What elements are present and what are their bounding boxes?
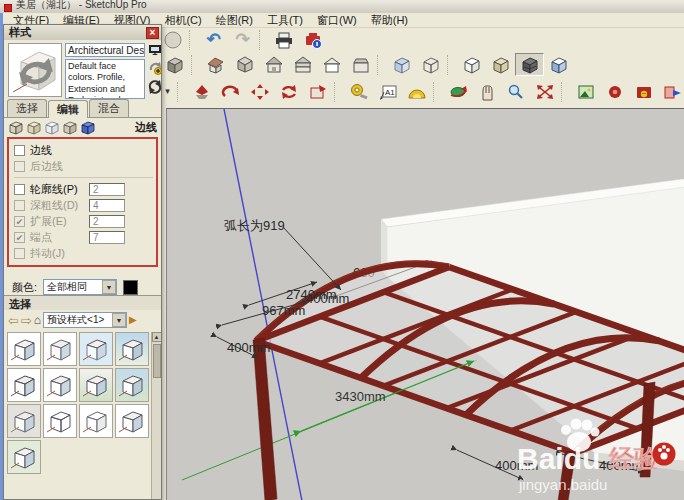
protractor-button[interactable] xyxy=(402,80,431,103)
styles-browser-button[interactable] xyxy=(629,80,658,103)
jitter-checkbox-row[interactable]: 抖动(J) xyxy=(14,245,153,261)
style-thumbnail[interactable] xyxy=(7,440,41,474)
text-annotation-button[interactable]: A1 xyxy=(373,80,402,103)
pan-button[interactable] xyxy=(472,80,501,103)
view-front-button[interactable] xyxy=(259,53,288,76)
style-description-field[interactable]: Default face colors. Profile, Extension … xyxy=(65,59,145,99)
preset-styles-dropdown[interactable]: 预设样式<1> ▼ xyxy=(43,312,127,328)
previous-view-button[interactable] xyxy=(303,80,332,103)
create-new-style-icon[interactable] xyxy=(148,61,162,75)
depth-cue-checkbox-row[interactable]: 深粗线(D) 4 xyxy=(14,197,153,213)
jitter-checkbox[interactable] xyxy=(14,248,25,259)
background-style-icon[interactable] xyxy=(44,120,60,135)
zoom-button[interactable] xyxy=(501,80,530,103)
view-iso-button[interactable] xyxy=(201,53,230,76)
color-mode-dropdown[interactable]: 全部相同 ▼ xyxy=(43,279,117,295)
edges-checkbox[interactable] xyxy=(14,145,25,156)
style-wireframe-button[interactable] xyxy=(416,53,445,76)
tab-select[interactable]: 选择 xyxy=(7,99,47,117)
rotate-view-button[interactable] xyxy=(274,80,303,103)
style-shaded-button[interactable] xyxy=(486,53,515,76)
tape-measure-button[interactable] xyxy=(344,80,373,103)
style-preview-thumbnail[interactable] xyxy=(8,43,62,97)
print-button[interactable] xyxy=(269,28,298,51)
back-edges-checkbox[interactable] xyxy=(14,161,25,172)
style-thumbnail[interactable] xyxy=(79,332,113,366)
endpoints-checkbox[interactable]: ✔ xyxy=(14,232,25,243)
menu-tools[interactable]: 工具(T) xyxy=(260,13,310,28)
extension-value-field[interactable]: 2 xyxy=(89,215,125,228)
materials-browser-button[interactable] xyxy=(571,80,600,103)
position-camera-button[interactable] xyxy=(187,80,216,103)
model-viewport[interactable]: 660 xyxy=(166,108,684,500)
watermark-style-icon[interactable] xyxy=(62,120,78,135)
endpoints-checkbox-row[interactable]: ✔ 端点 7 xyxy=(14,229,153,245)
style-hidden-line-button[interactable] xyxy=(457,53,486,76)
close-button[interactable]: × xyxy=(146,27,159,39)
style-textured-button[interactable] xyxy=(515,53,544,76)
dropdown-arrow-icon[interactable]: ▼ xyxy=(102,280,116,294)
model-info-button[interactable] xyxy=(298,28,327,51)
edge-style-icon[interactable] xyxy=(8,120,24,135)
edge-color-swatch[interactable] xyxy=(123,280,138,295)
secondary-pane-toggle-icon[interactable] xyxy=(148,44,162,56)
menu-draw[interactable]: 绘图(R) xyxy=(209,13,260,28)
style-thumbnail[interactable] xyxy=(79,368,113,402)
menu-help[interactable]: 帮助(H) xyxy=(364,13,415,28)
view-back-button[interactable] xyxy=(288,53,317,76)
style-xray-button[interactable] xyxy=(387,53,416,76)
style-thumbnail[interactable] xyxy=(43,332,77,366)
style-thumbnail[interactable] xyxy=(43,404,77,438)
components-browser-button[interactable] xyxy=(600,80,629,103)
view-right-button[interactable] xyxy=(346,53,375,76)
zoom-extents-button[interactable] xyxy=(530,80,559,103)
menu-camera[interactable]: 相机(C) xyxy=(157,13,208,28)
forward-arrow-icon[interactable]: ⇨ xyxy=(21,314,32,327)
face-style-icon[interactable] xyxy=(26,120,42,135)
details-flyout-icon[interactable]: ▶ xyxy=(129,315,137,325)
menu-window[interactable]: 窗口(W) xyxy=(310,13,364,28)
depth-cue-checkbox[interactable] xyxy=(14,200,25,211)
style-monochrome-button[interactable] xyxy=(544,53,573,76)
view-top-button[interactable] xyxy=(230,53,259,76)
open-button[interactable] xyxy=(158,28,187,51)
dropdown-arrow-icon[interactable]: ▼ xyxy=(112,313,126,327)
extension-checkbox-row[interactable]: ✔ 扩展(E) 2 xyxy=(14,213,153,229)
modeling-style-icon[interactable] xyxy=(80,120,96,135)
back-arrow-icon[interactable]: ⇦ xyxy=(8,314,19,327)
update-style-icon[interactable] xyxy=(148,80,162,94)
style-thumbnail[interactable] xyxy=(115,332,149,366)
orbit-camera-button[interactable] xyxy=(216,80,245,103)
style-thumbnail[interactable] xyxy=(79,404,113,438)
orbit-button[interactable] xyxy=(443,80,472,103)
undo-button[interactable]: ↶ xyxy=(199,28,228,51)
home-icon[interactable]: ⌂ xyxy=(34,314,41,326)
style-thumbnail[interactable] xyxy=(115,368,149,402)
style-thumbnail[interactable] xyxy=(7,332,41,366)
style-thumbnail[interactable] xyxy=(115,404,149,438)
style-thumbnail[interactable] xyxy=(7,404,41,438)
back-edges-checkbox-row[interactable]: 后边线 xyxy=(14,158,153,174)
pan-camera-button[interactable] xyxy=(245,80,274,103)
export-button[interactable] xyxy=(658,80,684,103)
style-thumbnail[interactable] xyxy=(43,368,77,402)
depth-cue-value-field[interactable]: 4 xyxy=(89,199,125,212)
redo-button[interactable]: ↷ xyxy=(228,28,257,51)
views-toolbar-button[interactable] xyxy=(160,53,189,76)
style-name-field[interactable]: Architectural Design Style xyxy=(65,43,145,57)
edges-checkbox-row[interactable]: 边线 xyxy=(14,142,153,158)
scrollbar-thumb[interactable] xyxy=(153,344,161,378)
toolbar-overflow-button[interactable]: ▾ xyxy=(160,80,175,103)
view-left-button[interactable] xyxy=(317,53,346,76)
extension-checkbox[interactable]: ✔ xyxy=(14,216,25,227)
profiles-checkbox[interactable] xyxy=(14,184,25,195)
endpoints-value-field[interactable]: 7 xyxy=(89,231,125,244)
tab-edit[interactable]: 编辑 xyxy=(48,100,88,118)
profiles-checkbox-row[interactable]: 轮廓线(P) 2 xyxy=(14,181,153,197)
thumbnails-scrollbar[interactable]: ▲ xyxy=(151,332,161,499)
styles-panel-titlebar[interactable]: 样式 × xyxy=(4,25,161,40)
profiles-value-field[interactable]: 2 xyxy=(89,183,125,196)
tab-mix[interactable]: 混合 xyxy=(89,99,129,117)
scroll-up-icon[interactable]: ▲ xyxy=(152,332,162,342)
style-thumbnail[interactable] xyxy=(7,368,41,402)
